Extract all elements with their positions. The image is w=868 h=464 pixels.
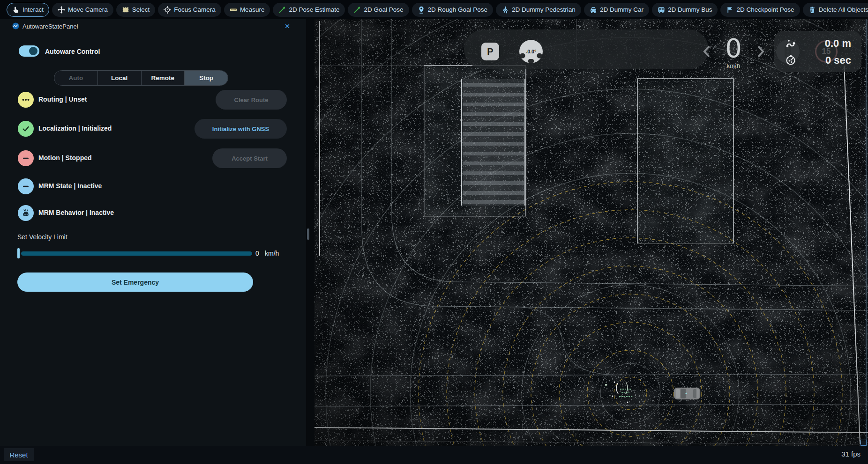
toolbar-button-2d-dummy-bus[interactable]: 2D Dummy Bus xyxy=(652,3,718,17)
toolbar-button-label: Focus Camera xyxy=(174,6,216,13)
bus-icon xyxy=(658,6,665,14)
toolbar: InteractMove CameraSelectFocus CameraMea… xyxy=(0,0,868,19)
render-viewport[interactable]: P -0.0° 0 km/h 15 xyxy=(314,19,868,446)
route-info-panel: 0.0 m 0 sec xyxy=(774,31,861,72)
toolbar-button-move-camera[interactable]: Move Camera xyxy=(52,3,113,17)
status-label: Motion | Stopped xyxy=(38,154,92,162)
status-label: Routing | Unset xyxy=(38,96,87,103)
toolbar-button-2d-rough-goal-pose[interactable]: 2D Rough Goal Pose xyxy=(412,3,494,17)
slider-handle[interactable] xyxy=(17,248,20,258)
velocity-limit-unit: km/h xyxy=(265,250,279,257)
toolbar-button-label: 2D Goal Pose xyxy=(364,6,403,13)
toolbar-button-label: Select xyxy=(132,6,150,13)
vignette xyxy=(314,19,868,446)
toolbar-button-2d-pose-estimate[interactable]: 2D Pose Estimate xyxy=(273,3,345,17)
pedestrian-icon xyxy=(501,6,509,14)
speed-unit: km/h xyxy=(719,63,748,69)
route-distance-value: 0.0 m xyxy=(801,37,851,50)
toolbar-button-measure[interactable]: Measure xyxy=(224,3,270,17)
toolbar-button-2d-checkpoint-pose[interactable]: 2D Checkpoint Pose xyxy=(720,3,800,17)
steering-angle-value: -0.0° xyxy=(518,49,544,54)
siren-car-indicator-icon xyxy=(18,205,34,221)
toolbar-button-focus-camera[interactable]: Focus Camera xyxy=(158,3,221,17)
check-indicator-icon xyxy=(18,121,34,137)
mode-button-remote[interactable]: Remote xyxy=(141,71,185,85)
toolbar-button-label: Move Camera xyxy=(68,6,108,13)
route-time-icon xyxy=(785,54,797,66)
accept-start-button[interactable]: Accept Start xyxy=(212,148,287,168)
autoware-control-label: Autoware Control xyxy=(45,48,100,55)
slider-track[interactable] xyxy=(21,251,252,256)
toolbar-button-label: 2D Rough Goal Pose xyxy=(428,6,488,13)
map-pin-icon xyxy=(418,6,425,14)
toolbar-button-label: Interact xyxy=(22,6,44,13)
toolbar-button-label: 2D Checkpoint Pose xyxy=(736,6,794,13)
pose-arrow-icon xyxy=(278,6,286,14)
flag-icon xyxy=(726,6,733,14)
operation-mode-group: AutoLocalRemoteStop xyxy=(54,70,228,86)
autoware-state-panel: AutowareStatePanel × Autoware Control Au… xyxy=(0,19,306,446)
car-icon xyxy=(590,6,597,14)
toolbar-button-interact[interactable]: Interact xyxy=(7,3,49,17)
toolbar-buttons: InteractMove CameraSelectFocus CameraMea… xyxy=(7,3,868,17)
vehicle-hud: P -0.0° 0 km/h 15 xyxy=(464,29,709,69)
fps-counter: 31 fps xyxy=(823,450,861,458)
status-label: MRM Behavior | Inactive xyxy=(38,209,114,216)
panel-title: AutowareStatePanel xyxy=(22,23,78,30)
viewport-resize-handle[interactable] xyxy=(861,440,867,446)
steering-wheel-icon: -0.0° xyxy=(518,38,544,65)
mode-button-auto[interactable]: Auto xyxy=(54,71,97,85)
status-row-mrm-state: MRM State | Inactive xyxy=(18,177,287,196)
velocity-limit-label: Set Velocity Limit xyxy=(17,233,67,241)
toolbar-button-label: 2D Dummy Bus xyxy=(668,6,712,13)
toolbar-button-label: 2D Pose Estimate xyxy=(289,6,339,13)
status-bar: Reset 31 fps xyxy=(0,446,868,464)
toolbar-button-label: 2D Dummy Pedestrian xyxy=(512,6,576,13)
gear-indicator: P xyxy=(481,43,499,60)
clear-route-button[interactable]: Clear Route xyxy=(216,90,287,110)
velocity-limit-slider[interactable]: 0 km/h xyxy=(17,248,286,258)
chevron-left-icon[interactable] xyxy=(703,45,711,58)
toolbar-button-label: Measure xyxy=(240,6,265,13)
lidar-scene xyxy=(314,19,868,446)
route-distance-icon xyxy=(785,37,797,49)
viewport-focus-edge xyxy=(866,19,867,446)
panel-title-row: AutowareStatePanel × xyxy=(0,19,306,33)
move-icon xyxy=(58,6,65,14)
rviz-window: InteractMove CameraSelectFocus CameraMea… xyxy=(0,0,868,464)
toolbar-button-2d-goal-pose[interactable]: 2D Goal Pose xyxy=(348,3,409,17)
autoware-control-toggle[interactable] xyxy=(19,45,39,57)
panel-splitter[interactable] xyxy=(306,19,314,446)
focus-crosshair-icon xyxy=(164,6,171,14)
splitter-handle[interactable] xyxy=(307,228,309,240)
toolbar-button-delete-all-objects[interactable]: Delete All Objects xyxy=(803,3,868,17)
mode-button-stop[interactable]: Stop xyxy=(184,71,228,85)
toolbar-button-2d-dummy-car[interactable]: 2D Dummy Car xyxy=(584,3,649,17)
toolbar-button-label: Delete All Objects xyxy=(819,6,868,13)
select-box-icon xyxy=(122,6,129,14)
autoware-logo-icon xyxy=(12,22,19,31)
set-emergency-button[interactable]: Set Emergency xyxy=(17,273,253,292)
status-row-localization: Localization | InitializedInitialize wit… xyxy=(18,119,287,139)
mode-button-local[interactable]: Local xyxy=(97,71,141,85)
status-row-motion: Motion | StoppedAccept Start xyxy=(18,148,287,168)
minus-indicator-icon xyxy=(18,178,34,194)
route-time-value: 0 sec xyxy=(801,54,851,66)
toggle-knob xyxy=(29,47,37,55)
toolbar-button-select[interactable]: Select xyxy=(116,3,156,17)
chevron-right-icon[interactable] xyxy=(756,45,765,58)
status-row-mrm-behavior: MRM Behavior | Inactive xyxy=(18,203,287,223)
dots-indicator-icon xyxy=(18,92,34,108)
toolbar-button-label: 2D Dummy Car xyxy=(600,6,644,13)
initialize-with-gnss-button[interactable]: Initialize with GNSS xyxy=(195,119,287,139)
status-row-routing: Routing | UnsetClear Route xyxy=(18,90,287,110)
minus-indicator-icon xyxy=(18,150,34,166)
close-icon[interactable]: × xyxy=(282,21,293,32)
status-label: MRM State | Inactive xyxy=(38,182,102,190)
ruler-icon xyxy=(230,6,237,14)
reset-button[interactable]: Reset xyxy=(4,448,34,461)
velocity-limit-value: 0 xyxy=(255,250,259,257)
trash-icon xyxy=(808,6,816,14)
hand-icon xyxy=(12,6,20,14)
toolbar-button-2d-dummy-pedestrian[interactable]: 2D Dummy Pedestrian xyxy=(496,3,581,17)
